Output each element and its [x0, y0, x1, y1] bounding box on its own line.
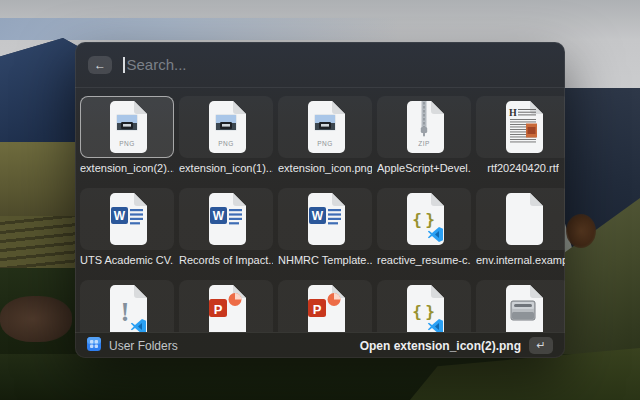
file-grid: PNGextension_icon(2)....PNGextension_ico… — [75, 89, 565, 332]
search-input[interactable]: Search... — [127, 56, 187, 73]
svg-text:W: W — [114, 209, 126, 223]
file-label: Records of Impact... — [179, 254, 273, 266]
search-bar: ← Search... — [75, 42, 565, 88]
enter-key-icon: ↵ — [529, 337, 553, 354]
svg-text:{: { — [412, 210, 422, 229]
file-item — [476, 280, 565, 332]
word-document-icon: W — [107, 193, 147, 245]
rtf-document-icon: H — [503, 101, 543, 153]
primary-action-label: Open extension_icon(2).png — [360, 339, 521, 353]
file-tile[interactable] — [476, 280, 565, 332]
plain-document-icon — [503, 193, 543, 245]
file-item: WRecords of Impact... — [179, 188, 273, 266]
file-item: P — [278, 280, 372, 332]
file-tile[interactable]: PNG — [278, 96, 372, 158]
file-tile[interactable]: P — [179, 280, 273, 332]
code-vscode-icon: {} — [404, 285, 444, 332]
file-item: PNGextension_icon(2).... — [80, 96, 174, 174]
file-tile[interactable]: W — [80, 188, 174, 250]
wallpaper-red-tree — [566, 214, 596, 248]
file-tile[interactable]: ! — [80, 280, 174, 332]
svg-text:!: ! — [121, 297, 130, 327]
svg-text:H: H — [509, 107, 517, 118]
arrow-left-icon: ← — [94, 59, 106, 71]
file-item: {} — [377, 280, 471, 332]
file-tile[interactable]: W — [179, 188, 273, 250]
file-label: NHMRC Template... — [278, 254, 372, 266]
file-tile[interactable]: PNG — [80, 96, 174, 158]
file-tile[interactable]: W — [278, 188, 372, 250]
svg-text:{: { — [412, 302, 422, 321]
word-document-icon: W — [305, 193, 345, 245]
file-label: UTS Academic CV... — [80, 254, 174, 266]
file-item: {}reactive_resume-c... — [377, 188, 471, 266]
svg-text:}: } — [425, 302, 435, 321]
file-label: extension_icon.png — [278, 162, 372, 174]
file-item: Hrtf20240420.rtf — [476, 96, 565, 174]
file-label: AppleScript+Devel... — [377, 162, 471, 174]
file-tile[interactable]: ZIP — [377, 96, 471, 158]
text-caret — [123, 57, 125, 73]
svg-text:PNG: PNG — [317, 140, 333, 147]
file-label: extension_icon(1).... — [179, 162, 273, 174]
source-label: User Folders — [109, 339, 178, 353]
file-label: rtf20240420.rtf — [487, 162, 559, 174]
file-tile[interactable]: {} — [377, 280, 471, 332]
file-item: WUTS Academic CV... — [80, 188, 174, 266]
back-button[interactable]: ← — [88, 56, 112, 74]
disk-image-icon — [503, 285, 543, 332]
png-image-icon: PNG — [206, 101, 246, 153]
word-document-icon: W — [206, 193, 246, 245]
svg-text:PNG: PNG — [218, 140, 234, 147]
footer-bar: User Folders Open extension_icon(2).png … — [75, 332, 565, 358]
powerpoint-icon: P — [206, 285, 246, 332]
file-item: PNGextension_icon(1).... — [179, 96, 273, 174]
file-item: ! — [80, 280, 174, 332]
file-item: P — [179, 280, 273, 332]
file-item: PNGextension_icon.png — [278, 96, 372, 174]
user-folders-icon — [87, 337, 101, 355]
svg-text:P: P — [313, 302, 322, 317]
powerpoint-icon: P — [305, 285, 345, 332]
file-tile[interactable] — [476, 188, 565, 250]
file-item: env.internal.example — [476, 188, 565, 266]
file-label: reactive_resume-c... — [377, 254, 471, 266]
wallpaper-sky-band — [0, 18, 420, 40]
warning-vscode-icon: ! — [107, 285, 147, 332]
file-tile[interactable]: H — [476, 96, 565, 158]
svg-text:PNG: PNG — [119, 140, 135, 147]
footer-source: User Folders — [87, 337, 178, 355]
svg-text:W: W — [213, 209, 225, 223]
svg-text:W: W — [312, 209, 324, 223]
file-tile[interactable]: PNG — [179, 96, 273, 158]
png-image-icon: PNG — [305, 101, 345, 153]
svg-text:}: } — [425, 210, 435, 229]
file-tile[interactable]: P — [278, 280, 372, 332]
launcher-window: ← Search... PNGextension_icon(2)....PNGe… — [75, 42, 565, 358]
file-item: WNHMRC Template... — [278, 188, 372, 266]
wallpaper-red-patch — [0, 296, 72, 342]
footer-action[interactable]: Open extension_icon(2).png ↵ — [360, 337, 553, 354]
svg-text:ZIP: ZIP — [418, 140, 430, 147]
code-vscode-icon: {} — [404, 193, 444, 245]
svg-text:P: P — [214, 302, 223, 317]
file-item: ZIPAppleScript+Devel... — [377, 96, 471, 174]
zip-archive-icon: ZIP — [404, 101, 444, 153]
file-tile[interactable]: {} — [377, 188, 471, 250]
file-label: env.internal.example — [476, 254, 565, 266]
png-image-icon: PNG — [107, 101, 147, 153]
file-label: extension_icon(2).... — [80, 162, 174, 174]
